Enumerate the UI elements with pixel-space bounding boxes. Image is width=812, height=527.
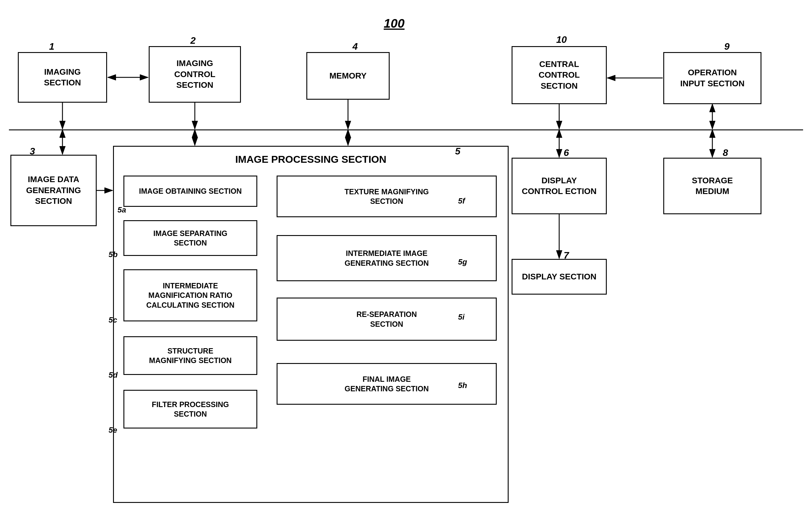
label-5c: 5c (108, 315, 117, 325)
image-separating-box: IMAGE SEPARATINGSECTION (124, 220, 257, 256)
label-2: 2 (190, 35, 196, 46)
label-5b: 5b (108, 250, 117, 259)
diagram-title: 100 (384, 16, 405, 31)
label-9: 9 (724, 41, 730, 52)
structure-magnifying-box: STRUCTUREMAGNIFYING SECTION (124, 336, 257, 375)
image-obtaining-box: IMAGE OBTAINING SECTION (124, 175, 257, 207)
label-5d: 5d (108, 370, 117, 380)
imaging-section-box: IMAGINGSECTION (18, 52, 107, 103)
operation-input-box: OPERATIONINPUT SECTION (663, 52, 762, 104)
label-1: 1 (49, 41, 55, 52)
display-control-box: DISPLAYCONTROL ECTION (511, 158, 607, 214)
memory-box: MEMORY (306, 52, 390, 100)
label-4: 4 (352, 41, 358, 52)
label-3: 3 (30, 146, 35, 157)
central-control-box: CENTRALCONTROLSECTION (511, 46, 607, 104)
storage-medium-box: STORAGEMEDIUM (663, 158, 762, 214)
imaging-control-box: IMAGINGCONTROLSECTION (149, 46, 241, 103)
label-5h: 5h (458, 381, 467, 390)
label-5f: 5f (458, 196, 465, 205)
image-data-generating-box: IMAGE DATAGENERATINGSECTION (11, 155, 97, 226)
diagram: 100 IMAGINGSECTION 1 IMAGINGCONTROLSECTI… (0, 0, 812, 527)
label-5g: 5g (458, 257, 467, 267)
label-5i: 5i (458, 312, 465, 322)
display-section-box: DISPLAY SECTION (511, 259, 607, 295)
label-5a: 5a (117, 205, 126, 215)
label-6: 6 (564, 147, 569, 158)
filter-processing-box: FILTER PROCESSINGSECTION (124, 390, 257, 428)
intermediate-magnification-box: INTERMEDIATEMAGNIFICATION RATIOCALCULATI… (124, 269, 257, 322)
label-10: 10 (556, 34, 567, 45)
label-8: 8 (723, 147, 728, 158)
label-5: 5 (455, 146, 461, 157)
label-7: 7 (564, 250, 569, 261)
divider-line (9, 129, 803, 130)
label-5e: 5e (108, 426, 117, 435)
